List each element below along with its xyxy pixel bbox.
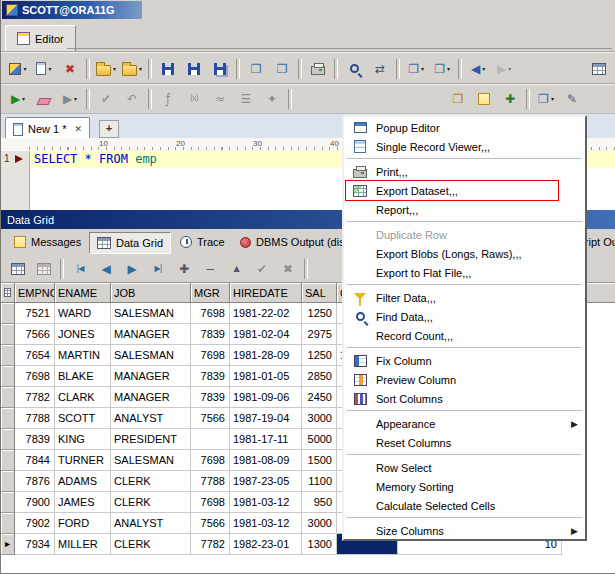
menu-size-columns[interactable]: Size Columns▶	[344, 521, 585, 540]
menu-reset-columns[interactable]: Reset Columns	[344, 433, 585, 452]
cell-sal[interactable]: 1500	[302, 450, 337, 471]
find-button[interactable]	[341, 57, 367, 81]
connection-tab[interactable]: SCOTT@ORA11G	[2, 1, 142, 19]
row-indicator-cell[interactable]	[1, 429, 15, 450]
cell-mgr[interactable]: 7788	[191, 471, 230, 492]
cell-ename[interactable]: KING	[55, 429, 111, 450]
tab-trace[interactable]: Trace	[173, 232, 232, 252]
cell-job[interactable]: SALESMAN	[111, 450, 191, 471]
menu-row-select[interactable]: Row Select	[344, 458, 585, 477]
cell-sal[interactable]: 5000	[302, 429, 337, 450]
column-header-empno[interactable]: EMPNO	[15, 283, 55, 303]
cancel-edit-button[interactable]: ✖	[275, 257, 301, 281]
cell-mgr[interactable]	[191, 429, 230, 450]
cell-mgr[interactable]: 7839	[191, 387, 230, 408]
cell-ename[interactable]: JAMES	[55, 492, 111, 513]
window-button-2[interactable]: ❐	[269, 57, 295, 81]
cell-job[interactable]: SALESMAN	[111, 303, 191, 324]
cell-job[interactable]: PRESIDENT	[111, 429, 191, 450]
menu-sort-columns[interactable]: Sort Columns	[344, 389, 585, 408]
cell-sal[interactable]: 950	[302, 492, 337, 513]
cell-job[interactable]: CLERK	[111, 492, 191, 513]
menu-appearance[interactable]: Appearance▶	[344, 414, 585, 433]
cell-mgr[interactable]: 7566	[191, 408, 230, 429]
cell-mgr[interactable]: 7698	[191, 345, 230, 366]
tab-editor[interactable]: Editor	[5, 25, 76, 52]
cell-job[interactable]: ANALYST	[111, 513, 191, 534]
cell-job[interactable]: MANAGER	[111, 366, 191, 387]
cell-hiredate[interactable]: 1981-02-04	[230, 324, 302, 345]
cell-empno[interactable]: 7900	[15, 492, 55, 513]
owa-output-button[interactable]: ✦	[259, 87, 285, 111]
cell-hiredate[interactable]: 1981-22-02	[230, 303, 302, 324]
cell-hiredate[interactable]: 1987-19-04	[230, 408, 302, 429]
cell-sal[interactable]: 2975	[302, 324, 337, 345]
menu-filter-data[interactable]: Filter Data,,,	[344, 288, 585, 307]
cell-empno[interactable]: 7566	[15, 324, 55, 345]
tab-data-grid[interactable]: Data Grid	[89, 232, 171, 254]
grid-options-button[interactable]	[31, 257, 57, 281]
menu-find-data[interactable]: Find Data,,,	[344, 307, 585, 326]
cell-mgr[interactable]: 7698	[191, 492, 230, 513]
cell-ename[interactable]: WARD	[55, 303, 111, 324]
menu-report[interactable]: Report,,,	[344, 200, 585, 219]
clear-button[interactable]	[31, 87, 57, 111]
cell-ename[interactable]: FORD	[55, 513, 111, 534]
menu-calculate-selected-cells[interactable]: Calculate Selected Cells	[344, 496, 585, 515]
bind-variables-button[interactable]: (x)	[181, 87, 207, 111]
insert-record-button[interactable]: ✚	[171, 257, 197, 281]
cell-job[interactable]: SALESMAN	[111, 345, 191, 366]
cell-ename[interactable]: MILLER	[55, 534, 111, 555]
cell-hiredate[interactable]: 1981-08-09	[230, 450, 302, 471]
row-indicator-cell[interactable]	[1, 324, 15, 345]
cell-job[interactable]: CLERK	[111, 534, 191, 555]
new-editor-button[interactable]: ▾	[31, 57, 57, 81]
cell-sal[interactable]: 1100	[302, 471, 337, 492]
row-indicator-cell[interactable]	[1, 513, 15, 534]
first-record-button[interactable]: |◀	[67, 257, 93, 281]
close-tab-icon[interactable]: ✕	[75, 124, 83, 134]
forward-button[interactable]: ▶▾	[491, 57, 517, 81]
cell-empno[interactable]: 7839	[15, 429, 55, 450]
cell-ename[interactable]: TURNER	[55, 450, 111, 471]
row-indicator-cell[interactable]	[1, 387, 15, 408]
cell-mgr[interactable]: 7839	[191, 366, 230, 387]
paste-button[interactable]	[471, 87, 497, 111]
cell-empno[interactable]: 7902	[15, 513, 55, 534]
prior-record-button[interactable]: ◀	[93, 257, 119, 281]
cell-sal[interactable]: 2450	[302, 387, 337, 408]
menu-memory-sorting[interactable]: Memory Sorting	[344, 477, 585, 496]
menu-single-record-viewer[interactable]: Single Record Viewer,,,	[344, 137, 585, 156]
cell-job[interactable]: MANAGER	[111, 324, 191, 345]
cell-empno[interactable]: 7788	[15, 408, 55, 429]
auto-trace-button[interactable]: ≈	[207, 87, 233, 111]
window-button-1[interactable]: ❐	[243, 57, 269, 81]
cell-hiredate[interactable]: 1981-17-11	[230, 429, 302, 450]
row-indicator-cell[interactable]	[1, 345, 15, 366]
execute-button[interactable]: ▶▾	[5, 87, 31, 111]
cell-mgr[interactable]: 7698	[191, 450, 230, 471]
execute-script-button[interactable]: ▶▾	[57, 87, 83, 111]
cell-hiredate[interactable]: 1981-28-09	[230, 345, 302, 366]
column-header-mgr[interactable]: MGR	[191, 283, 230, 303]
row-indicator-cell[interactable]	[1, 471, 15, 492]
split-window-button[interactable]: ❐▾	[403, 57, 429, 81]
reopen-file-button[interactable]: ▾	[119, 57, 145, 81]
next-record-button[interactable]: ▶	[119, 257, 145, 281]
cell-hiredate[interactable]: 1987-23-05	[230, 471, 302, 492]
cell-empno[interactable]: 7782	[15, 387, 55, 408]
cell-sal[interactable]: 2850	[302, 366, 337, 387]
cell-sal[interactable]: 1250	[302, 303, 337, 324]
cell-ename[interactable]: JONES	[55, 324, 111, 345]
cell-sal[interactable]: 3000	[302, 408, 337, 429]
describe-button[interactable]: ƒ	[155, 87, 181, 111]
menu-export-blobs[interactable]: Export Blobs (Longs, Raws),,,	[344, 244, 585, 263]
back-button[interactable]: ◀▾	[465, 57, 491, 81]
row-indicator-cell[interactable]	[1, 450, 15, 471]
cell-mgr[interactable]: 7566	[191, 513, 230, 534]
cell-sal[interactable]: 3000	[302, 513, 337, 534]
snippet-button[interactable]: ✚	[497, 87, 523, 111]
edit-record-button[interactable]: ▲	[223, 257, 249, 281]
tab-messages[interactable]: Messages	[7, 232, 88, 252]
cell-hiredate[interactable]: 1981-01-05	[230, 366, 302, 387]
